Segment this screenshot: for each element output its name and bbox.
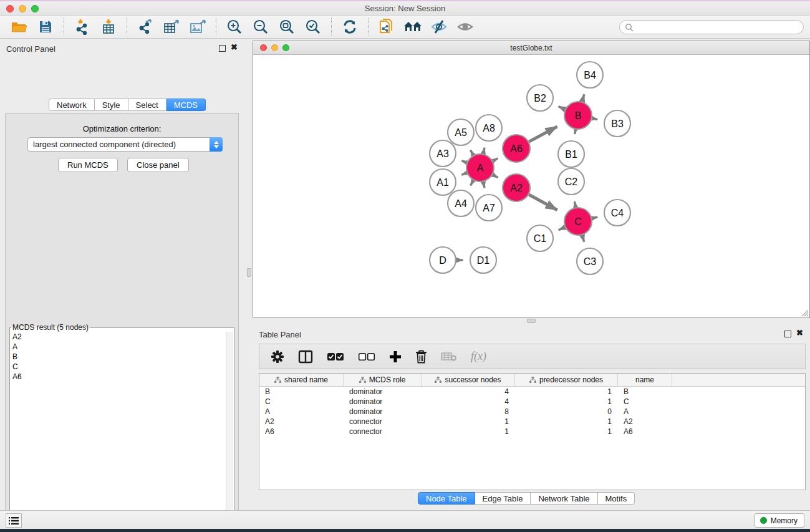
table-cell[interactable]: 4 xyxy=(422,397,515,407)
table-cell[interactable]: A xyxy=(618,407,672,417)
tab-mcds[interactable]: MCDS xyxy=(166,99,206,111)
zoom-out-icon[interactable] xyxy=(250,17,271,36)
table-cell[interactable]: 4 xyxy=(422,387,515,397)
resize-grip-icon[interactable] xyxy=(800,308,809,317)
network-node-B4[interactable]: B4 xyxy=(577,62,603,88)
network-node-C3[interactable]: C3 xyxy=(577,248,603,274)
delete-column-icon[interactable] xyxy=(415,347,427,366)
table-cell[interactable]: A2 xyxy=(618,417,672,427)
import-table-icon[interactable] xyxy=(98,17,119,36)
network-node-C1[interactable]: C1 xyxy=(527,225,553,251)
table-row[interactable]: A2connector11A2 xyxy=(259,417,805,427)
column-header-shared-name[interactable]: shared name xyxy=(259,374,344,386)
table-cell[interactable]: dominator xyxy=(344,407,422,417)
network-node-C4[interactable]: C4 xyxy=(604,200,630,226)
table-row[interactable]: Bdominator41B xyxy=(259,387,805,397)
table-cell[interactable]: dominator xyxy=(344,397,422,407)
optimization-criterion-select[interactable]: largest connected component (directed) xyxy=(27,137,223,152)
network-node-C[interactable]: C xyxy=(564,208,592,235)
network-node-A[interactable]: A xyxy=(466,154,494,181)
table-settings-icon[interactable] xyxy=(271,347,284,366)
mcds-result-item[interactable]: C xyxy=(11,362,226,372)
table-cell[interactable]: A6 xyxy=(259,427,344,437)
task-history-button[interactable] xyxy=(6,513,22,528)
column-header-predecessor-nodes[interactable]: predecessor nodes xyxy=(515,374,618,386)
table-cell[interactable]: 1 xyxy=(515,387,618,397)
zoom-in-icon[interactable] xyxy=(224,17,245,36)
table-row[interactable]: Adominator80A xyxy=(259,407,805,417)
network-node-C2[interactable]: C2 xyxy=(558,168,584,195)
save-session-icon[interactable] xyxy=(35,17,56,36)
network-node-B2[interactable]: B2 xyxy=(527,85,553,111)
table-cell[interactable]: 0 xyxy=(515,407,618,417)
export-network-icon[interactable] xyxy=(135,17,156,36)
show-all-icon[interactable] xyxy=(455,17,476,36)
horizontal-splitter-handle[interactable] xyxy=(527,319,536,323)
network-node-A7[interactable]: A7 xyxy=(476,195,502,221)
float-panel-icon[interactable] xyxy=(219,45,226,52)
network-node-A1[interactable]: A1 xyxy=(430,169,456,195)
open-session-icon[interactable] xyxy=(9,17,30,36)
float-panel-icon[interactable] xyxy=(784,331,791,337)
close-panel-button[interactable]: Close panel xyxy=(127,158,189,172)
run-mcds-button[interactable]: Run MCDS xyxy=(58,158,118,172)
network-node-A4[interactable]: A4 xyxy=(448,190,474,216)
tab-edge-table[interactable]: Edge Table xyxy=(475,492,531,505)
network-node-A5[interactable]: A5 xyxy=(448,119,474,145)
table-cell[interactable]: 1 xyxy=(515,397,618,407)
tab-network-table[interactable]: Network Table xyxy=(531,492,597,505)
tab-motifs[interactable]: Motifs xyxy=(598,492,635,505)
vertical-splitter-handle[interactable] xyxy=(247,268,251,277)
mcds-result-list[interactable]: A2ABCA6 xyxy=(11,332,226,532)
table-cell[interactable]: A6 xyxy=(618,427,672,437)
network-canvas[interactable]: B4B2BB3A8A5A6A3B1AA1C2A2A4A7C4CC1C3DD1 xyxy=(253,55,809,317)
mcds-result-item[interactable]: A2 xyxy=(11,332,226,342)
mcds-result-item[interactable]: B xyxy=(11,352,226,362)
zoom-selected-icon[interactable] xyxy=(302,17,324,36)
export-image-icon[interactable] xyxy=(187,17,208,36)
table-row[interactable]: A6connector11A6 xyxy=(259,427,805,437)
delete-table-icon[interactable] xyxy=(441,347,457,366)
table-cell[interactable]: 1 xyxy=(515,427,618,437)
network-node-D1[interactable]: D1 xyxy=(470,247,496,273)
mcds-result-item[interactable]: A xyxy=(11,342,226,352)
close-panel-icon[interactable]: ✖ xyxy=(231,43,238,52)
network-node-B[interactable]: B xyxy=(564,102,592,129)
table-cell[interactable]: B xyxy=(618,387,672,397)
tab-node-table[interactable]: Node Table xyxy=(418,492,475,505)
network-node-A8[interactable]: A8 xyxy=(476,115,502,141)
export-table-icon[interactable] xyxy=(161,17,182,36)
new-network-from-selection-icon[interactable] xyxy=(376,17,397,36)
network-node-A3[interactable]: A3 xyxy=(430,140,456,167)
table-cell[interactable]: C xyxy=(618,397,672,407)
column-header-MCDS-role[interactable]: MCDS role xyxy=(344,374,422,386)
table-row[interactable]: Cdominator41C xyxy=(259,397,805,407)
zoom-fit-icon[interactable] xyxy=(276,17,297,36)
close-panel-icon[interactable]: ✖ xyxy=(796,329,803,337)
network-node-A6[interactable]: A6 xyxy=(503,135,530,162)
search-field[interactable] xyxy=(619,20,804,34)
network-node-A2[interactable]: A2 xyxy=(503,174,530,201)
hide-selected-icon[interactable] xyxy=(428,17,450,36)
apply-layout-icon[interactable] xyxy=(339,17,360,36)
table-cell[interactable]: A xyxy=(259,407,344,417)
memory-button[interactable]: Memory xyxy=(755,513,804,528)
table-cell[interactable]: A2 xyxy=(259,417,344,427)
deselect-all-icon[interactable] xyxy=(358,347,375,366)
table-cell[interactable]: connector xyxy=(344,417,422,427)
function-builder-icon[interactable]: f(x) xyxy=(471,347,486,366)
table-cell[interactable]: C xyxy=(259,397,344,407)
first-neighbors-icon[interactable] xyxy=(402,17,423,36)
network-node-D[interactable]: D xyxy=(430,247,456,273)
tab-select[interactable]: Select xyxy=(128,99,166,111)
table-cell[interactable]: connector xyxy=(344,427,422,437)
table-cell[interactable]: 8 xyxy=(422,407,515,417)
import-network-icon[interactable] xyxy=(72,17,93,36)
mcds-result-item[interactable]: A6 xyxy=(11,372,226,382)
table-cell[interactable]: 1 xyxy=(515,417,618,427)
mcds-list-scrollbar[interactable] xyxy=(226,332,233,532)
table-cell[interactable]: 1 xyxy=(422,417,515,427)
column-header-successor-nodes[interactable]: successor nodes xyxy=(422,374,515,386)
tab-style[interactable]: Style xyxy=(95,99,128,111)
tab-network[interactable]: Network xyxy=(49,99,95,111)
